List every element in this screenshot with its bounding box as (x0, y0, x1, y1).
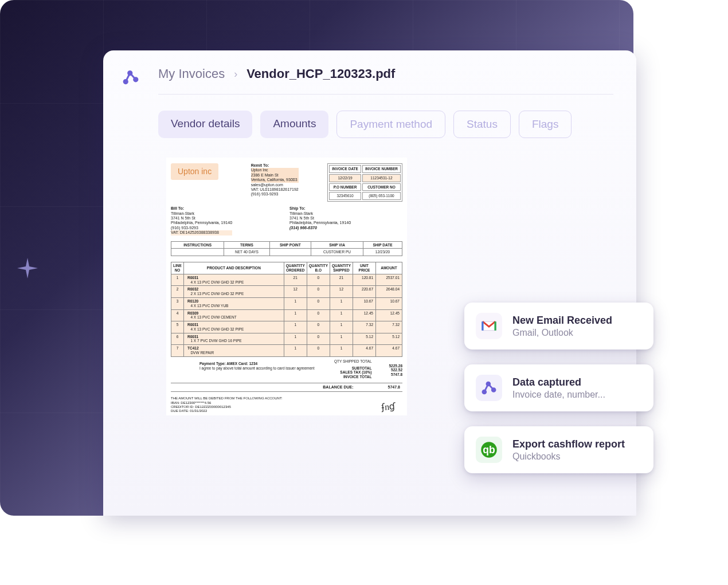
card-title: Export cashflow report (512, 438, 625, 450)
breadcrumb-parent[interactable]: My Invoices (158, 66, 225, 81)
ship-to: Ship To: Tillman-Stark 3741 N 5th St Phi… (289, 206, 351, 235)
payline2: I agree to pay above total amount accord… (199, 366, 315, 370)
billto-phone: (916) 933-9293 (171, 226, 232, 230)
instr-h0: INSTRUCTIONS (171, 241, 224, 249)
billto-city: Philadelphia, Pennsylvania, 19140 (171, 221, 232, 225)
chevron-right-icon: › (234, 68, 237, 80)
instr-v4: 12/23/20 (363, 249, 402, 256)
debit-footer: THE AMOUNT WILL BE DEBITED FROM THE FOLL… (171, 396, 402, 413)
remit-email: sales@upton.com (251, 183, 299, 187)
remit-name: Upton Inc (251, 168, 299, 172)
remit-to: Remit To: Upton Inc 2386 E Main St Ventu… (251, 163, 299, 197)
instr-v2 (269, 249, 311, 256)
app-logo-icon (122, 69, 139, 86)
line-items-table: LINE NO PRODUCT AND DESCRIPTION QUANTITY… (171, 262, 402, 357)
shipto-name: Tillman-Stark (289, 211, 351, 216)
table-row: 1R0031 4 X 13 PVC DVW GHD 32 PIPE2102112… (171, 274, 402, 286)
invoice-meta-table: INVOICE DATEINVOICE NUMBER 12/22/1911234… (327, 163, 402, 202)
instr-h2: SHIP POINT (269, 241, 311, 249)
card-data-captured[interactable]: Data captured Invoice date, number... (464, 364, 653, 411)
table-row: 6R0031 1 X 7 PVC DVW GHD 16 PIPE1015.125… (171, 333, 402, 345)
instr-h4: SHIP DATE (363, 241, 402, 249)
breadcrumb-current: Vendor_HCP_120323.pdf (246, 66, 395, 81)
breadcrumb: My Invoices › Vendor_HCP_120323.pdf (158, 66, 613, 95)
svg-text:qb: qb (483, 444, 495, 456)
shipto-phone: (314) 966-6370 (289, 226, 351, 230)
card-title: Data captured (512, 376, 605, 388)
table-row: 3R0120 4 X 13 PVC DVW YUB10110.6710.67 (171, 297, 402, 309)
notification-cards: New Email Received Gmail, Outlook Data c… (464, 303, 653, 473)
meta-h-num: INVOICE NUMBER (362, 165, 401, 173)
remit-heading: Remit To: (251, 163, 299, 168)
instr-h3: SHIP VIA (311, 241, 363, 249)
instr-v1: NET 40 DAYS (224, 249, 269, 256)
ih4: QUANTITY SHIPPED (330, 262, 353, 274)
instr-v0 (171, 249, 224, 256)
subtotal-v: 5225.28 (389, 364, 403, 368)
billto-heading: Bill To: (171, 206, 232, 211)
bill-to: Bill To: Tillman-Stark 3741 N 5th St Phi… (171, 206, 232, 235)
document-viewer: Upton inc Remit To: Upton Inc 2386 E Mai… (158, 158, 410, 415)
invtot-v: 5747.8 (389, 372, 403, 377)
qst-label: QTY SHIPPED TOTAL (334, 359, 372, 364)
balance-l: BALANCE DUE: (323, 385, 353, 390)
invtot-l: INVOICE TOTAL (334, 375, 372, 379)
shipto-street: 3741 N 5th St (289, 216, 351, 221)
tab-amounts[interactable]: Amounts (260, 111, 328, 138)
table-row: 7TC412 DVW REPAIR1014.674.67 (171, 345, 402, 357)
remit-vat: VAT: UL0118981826171­92 (251, 187, 299, 192)
tax-l: SALES TAX (10%) (334, 370, 372, 375)
sidebar (103, 50, 158, 516)
card-sub: Quickbooks (512, 451, 625, 462)
gmail-icon (476, 313, 502, 339)
instructions-table: INSTRUCTIONS TERMS SHIP POINT SHIP VIA S… (171, 241, 402, 257)
f4: DUE DATE: 01/31/2022 (171, 409, 402, 413)
meta-po: 32345610 (329, 192, 361, 200)
ih0: LINE NO (171, 262, 184, 274)
remit-phone: (916) 933-9293 (251, 192, 299, 197)
instr-h1: TERMS (224, 241, 269, 249)
shipto-heading: Ship To: (289, 206, 351, 211)
invoice-document: Upton inc Remit To: Upton Inc 2386 E Mai… (166, 158, 407, 415)
app-logo-icon (476, 375, 502, 401)
subtotal-l: SUBTOTAL (334, 366, 372, 371)
table-row: 5R0031 4 X 13 PVC DVW GHD 32 PIPE1017.32… (171, 321, 402, 333)
card-title: New Email Received (512, 315, 612, 327)
quickbooks-icon: qb (476, 437, 502, 463)
meta-h-cust: CUSTOMER NO (362, 183, 401, 191)
f2: IBAN: DE12300*******4.56 (171, 401, 402, 405)
instr-v3: CUSTOMER PU (311, 249, 363, 256)
remit-street: 2386 E Main St (251, 173, 299, 178)
f1: THE AMOUNT WILL BE DEBITED FROM THE FOLL… (171, 396, 402, 401)
meta-cust: (805) 653-1100 (362, 192, 401, 200)
f3: CREDITOR ID: DE12ZZZ00000012345 (171, 405, 402, 409)
ih6: AMOUNT (376, 262, 402, 274)
ih1: PRODUCT AND DESCRIPTION (184, 262, 284, 274)
ih3: QUANTITY B.O (307, 262, 330, 274)
tax-v: 522.52 (389, 368, 403, 372)
tab-vendor-details[interactable]: Vendor details (158, 111, 252, 138)
balance-row: BALANCE DUE: 5747.8 (171, 383, 402, 392)
vendor-name-highlight: Upton inc (171, 163, 218, 180)
tabs: Vendor details Amounts Payment method St… (158, 111, 613, 138)
card-sub: Invoice date, number... (512, 390, 605, 400)
tab-status[interactable]: Status (453, 111, 511, 138)
meta-h-date: INVOICE DATE (329, 165, 361, 173)
signature: ʄnɠ (381, 401, 396, 413)
totals: QTY SHIPPED TOTAL SUBTOTAL SALES TAX (10… (334, 359, 402, 379)
ih2: QUANTITY ORDERED (284, 262, 307, 274)
card-new-email[interactable]: New Email Received Gmail, Outlook (464, 303, 653, 350)
tab-flags[interactable]: Flags (519, 111, 572, 138)
billto-street: 3741 N 5th St (171, 216, 232, 221)
tab-payment-method[interactable]: Payment method (336, 111, 445, 138)
card-sub: Gmail, Outlook (512, 328, 612, 338)
payline1: Payment Type: AMEX Card: 1234 (199, 362, 257, 366)
billto-vat: VAT: DE142526388338938 (171, 230, 232, 235)
shipto-city: Philadelphia, Pennsylvania, 19140 (289, 221, 351, 225)
meta-num: 11234531-12 (362, 174, 401, 182)
billto-name: Tillman-Stark (171, 211, 232, 216)
card-export-cashflow[interactable]: qb Export cashflow report Quickbooks (464, 426, 653, 473)
table-row: 2R0032 2 X 13 PVC DVW GHD 32 PIPE1201222… (171, 286, 402, 298)
ih5: UNIT PRICE (353, 262, 376, 274)
meta-date: 12/22/19 (329, 174, 361, 182)
